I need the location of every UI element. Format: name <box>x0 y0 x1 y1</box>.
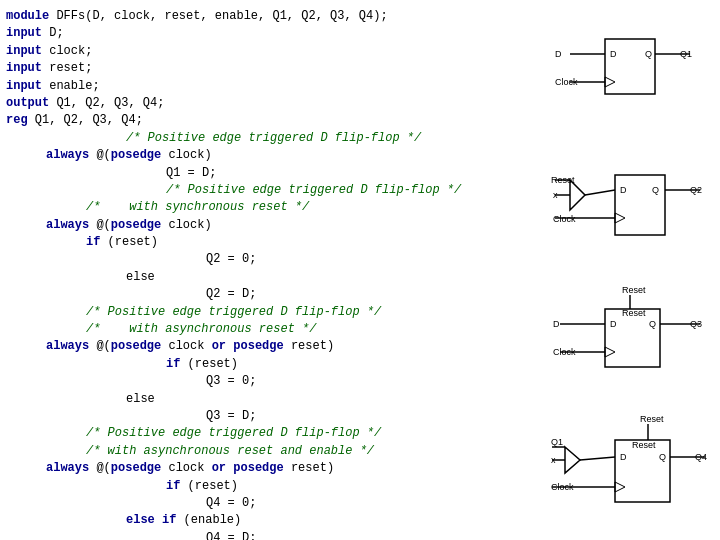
svg-text:Reset: Reset <box>622 308 646 318</box>
svg-text:D: D <box>553 319 560 329</box>
svg-text:Reset: Reset <box>632 440 656 450</box>
diagram-2: D Q Reset x Q2 Clock <box>550 150 710 260</box>
svg-text:D: D <box>620 452 627 462</box>
diagrams-panel: D Q D Q1 Clock D Q <box>540 0 720 540</box>
svg-text:x: x <box>553 190 558 200</box>
svg-text:D: D <box>610 49 617 59</box>
svg-text:D: D <box>620 185 627 195</box>
diagram-1: D Q D Q1 Clock <box>550 19 710 129</box>
svg-text:Q1: Q1 <box>680 49 692 59</box>
svg-line-47 <box>580 457 615 460</box>
code-display: module DFFs(D, clock, reset, enable, Q1,… <box>0 0 540 540</box>
svg-text:Reset: Reset <box>640 414 664 424</box>
svg-text:Q: Q <box>645 49 652 59</box>
svg-text:Reset: Reset <box>551 175 575 185</box>
diagram-4: Reset D Q Reset Q1 x Q4 <box>550 412 710 522</box>
svg-text:Q: Q <box>652 185 659 195</box>
svg-text:Q3: Q3 <box>690 319 702 329</box>
svg-text:Q2: Q2 <box>690 185 702 195</box>
svg-marker-39 <box>565 447 580 473</box>
svg-text:D: D <box>610 319 617 329</box>
svg-text:Clock: Clock <box>551 482 574 492</box>
svg-text:Q1: Q1 <box>551 437 563 447</box>
svg-rect-0 <box>605 39 655 94</box>
svg-line-17 <box>585 190 615 195</box>
svg-rect-11 <box>615 175 665 235</box>
svg-text:Clock: Clock <box>553 347 576 357</box>
svg-text:Q4: Q4 <box>695 452 707 462</box>
svg-text:Clock: Clock <box>553 214 576 224</box>
svg-text:D: D <box>555 49 562 59</box>
diagram-3: Reset D Q Reset D Q3 Clock <box>550 281 710 391</box>
svg-text:Reset: Reset <box>622 285 646 295</box>
svg-text:x: x <box>551 455 556 465</box>
svg-text:Q: Q <box>649 319 656 329</box>
svg-text:Clock: Clock <box>555 77 578 87</box>
svg-text:Q: Q <box>659 452 666 462</box>
